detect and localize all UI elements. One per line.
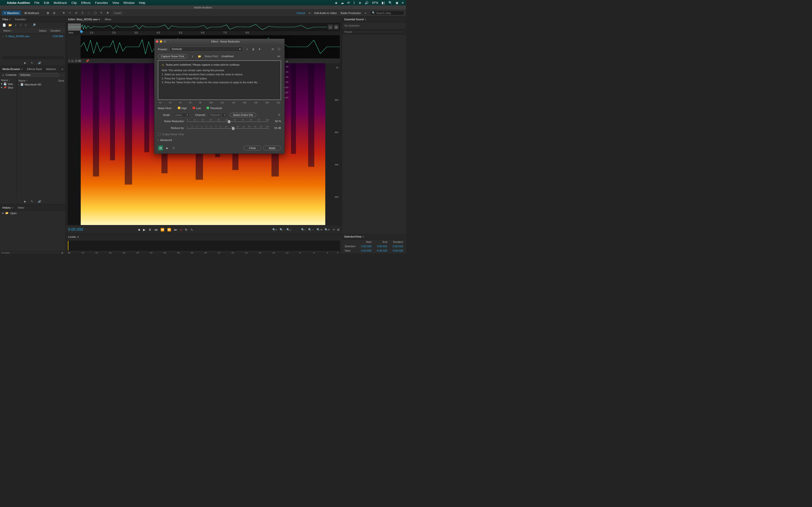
open-file-icon[interactable]: 📂 bbox=[8, 23, 12, 27]
spectro-selection-region[interactable] bbox=[68, 63, 81, 225]
razor-tool[interactable]: ✂ bbox=[67, 11, 73, 15]
pause-button[interactable]: ⏸ bbox=[148, 228, 152, 231]
battery-icon[interactable]: ▮▯ bbox=[382, 1, 385, 5]
zoom-out-time-icon[interactable]: 🔍- bbox=[280, 228, 284, 231]
zoom-reset-icon[interactable]: 🔍⌂ bbox=[286, 228, 292, 231]
col-name[interactable]: Name ↑ bbox=[2, 29, 38, 33]
tab-favorites[interactable]: Favorites bbox=[15, 18, 26, 21]
filter-icon[interactable]: 🔎 bbox=[32, 23, 36, 27]
record-button[interactable]: ● bbox=[180, 228, 182, 231]
presets-dropdown[interactable]: (Default)▾ bbox=[169, 47, 243, 52]
nav-back-icon[interactable]: ‹ bbox=[60, 73, 61, 76]
menu-multitrack[interactable]: Multitrack bbox=[54, 1, 67, 5]
reduce-by-slider[interactable]: 12 34 56 78 1020 3040 5060 80100 bbox=[187, 125, 269, 130]
move-tool[interactable]: ✥ bbox=[61, 11, 67, 15]
tab-video[interactable]: Video bbox=[18, 206, 24, 209]
file-row[interactable]: › ∿ Mary_NOISE.wav 0:08.508 bbox=[2, 34, 63, 38]
workspace-default[interactable]: Default bbox=[297, 12, 305, 14]
overview-nav-icon[interactable]: ◱ bbox=[328, 24, 333, 30]
go-end-button[interactable]: ⏭ bbox=[174, 228, 177, 231]
levels-menu-icon[interactable]: ≡ bbox=[77, 235, 79, 238]
browser-insert-icon[interactable]: ↻ bbox=[31, 200, 33, 203]
preview-loop-icon[interactable]: ↻ bbox=[31, 61, 33, 64]
noise-graph[interactable]: ⚠ Noise print undefined. Please capture … bbox=[158, 60, 281, 100]
panel-overflow-icon[interactable]: » bbox=[62, 68, 63, 70]
sync-icon[interactable]: ⟳ bbox=[347, 1, 350, 5]
menu-window[interactable]: Window bbox=[123, 1, 135, 5]
brush-tool[interactable]: ✎ bbox=[99, 11, 104, 15]
levels-meter[interactable] bbox=[68, 241, 340, 250]
right-col-name[interactable]: Name ↑ bbox=[18, 79, 28, 82]
amplitude-stats-icon[interactable]: ⫿ bbox=[69, 59, 70, 62]
spotlight-icon[interactable]: 🔍 bbox=[388, 1, 392, 5]
search-help-input[interactable]: 🔍 Search Help bbox=[370, 11, 404, 15]
sv-view-end[interactable]: 0:08.508 bbox=[374, 249, 390, 252]
effect-power-button[interactable]: ⏻ bbox=[158, 145, 163, 151]
capture-noise-print-button[interactable]: Capture Noise Print bbox=[158, 54, 187, 58]
tab-mixer[interactable]: Mixer bbox=[105, 18, 111, 21]
tab-effects-rack[interactable]: Effects Rack bbox=[27, 68, 42, 70]
trash-history-icon[interactable]: 🗑 bbox=[61, 252, 63, 253]
battery-percent[interactable]: 97% bbox=[372, 1, 378, 5]
volume-row[interactable]: ›💾Macintosh HD bbox=[18, 82, 64, 86]
menu-help[interactable]: Help bbox=[139, 1, 146, 5]
zoom-sel-in-icon[interactable]: 🔍⇥ bbox=[317, 228, 322, 231]
time-ruler[interactable]: hms 1.0 2.0 3.0 4.0 5.0 6.0 7.0 8.0 bbox=[68, 31, 340, 35]
menu-edit[interactable]: Edit bbox=[44, 1, 49, 5]
load-noiseprint-icon[interactable]: 📂 bbox=[197, 55, 202, 58]
zoom-full-icon[interactable]: ↺ bbox=[333, 228, 335, 231]
sv-view-dur[interactable]: 0:08.508 bbox=[390, 249, 406, 252]
col-status[interactable]: Status bbox=[38, 29, 50, 33]
menu-view[interactable]: View bbox=[112, 1, 119, 5]
right-col-dur[interactable]: Dura bbox=[58, 79, 64, 82]
col-duration[interactable]: Duration bbox=[50, 29, 63, 33]
tab-files[interactable]: Files ≡ bbox=[2, 18, 11, 21]
cc-icon[interactable]: ☁ bbox=[341, 1, 344, 5]
play-button[interactable]: ▶ bbox=[143, 228, 146, 231]
channel-dropdown[interactable]: Channel 1▾ bbox=[208, 113, 227, 117]
ffwd-button[interactable]: ⏩ bbox=[167, 228, 171, 231]
tab-editor[interactable]: Editor: Mary_NOISE.wav ≡ bbox=[68, 18, 100, 21]
sv-sel-dur[interactable]: 0:00.592 bbox=[390, 244, 406, 248]
tab-essential-sound[interactable]: Essential Sound ≡ bbox=[344, 18, 366, 21]
bluetooth-icon[interactable]: ᛒ bbox=[353, 1, 355, 5]
browser-play-icon[interactable]: ▶ bbox=[24, 200, 26, 203]
menu-favorites[interactable]: Favorites bbox=[95, 1, 108, 5]
tab-levels[interactable]: Levels bbox=[68, 235, 76, 238]
loop-button[interactable]: ↻ bbox=[185, 228, 188, 231]
marquee-tool[interactable]: ⬚ bbox=[86, 11, 92, 15]
tab-selection-view[interactable]: Selection/View ≡ bbox=[344, 235, 364, 238]
graph-menu-icon[interactable]: ▾≡ bbox=[277, 55, 281, 58]
time-display[interactable]: 0:00.000 bbox=[68, 227, 97, 232]
zoom-out-amp-icon[interactable]: 🔍↔ bbox=[308, 228, 314, 231]
time-selection-tool[interactable]: Ꮖ bbox=[80, 11, 86, 15]
sv-view-start[interactable]: 0:00.000 bbox=[359, 249, 374, 252]
reset-graph-icon[interactable]: ↺ bbox=[277, 113, 281, 117]
siri-icon[interactable]: ◉ bbox=[396, 1, 398, 5]
insert-icon[interactable]: ⤓ bbox=[14, 23, 17, 27]
tab-history[interactable]: History ≡ bbox=[2, 206, 13, 209]
reduce-by-value[interactable]: 16 bbox=[274, 126, 277, 129]
nr-value[interactable]: 50 bbox=[275, 120, 278, 123]
contents-dropdown[interactable]: Volumes bbox=[18, 73, 59, 77]
waveform-mode-button[interactable]: ∿ Waveform bbox=[2, 11, 21, 15]
tab-media-browser[interactable]: Media Browser ≡ bbox=[2, 68, 23, 70]
spectral-pitch-button[interactable]: ▥ bbox=[51, 11, 57, 15]
tree-volumes[interactable]: ▾💾Volu bbox=[1, 82, 16, 86]
new-file-icon[interactable]: 📄 bbox=[2, 23, 6, 27]
uad-icon[interactable]: ◈ bbox=[335, 1, 337, 5]
zoom-toggle-icon[interactable]: ⊞ bbox=[337, 228, 339, 231]
overview-strip[interactable]: ◱ ▤ bbox=[68, 23, 340, 31]
slip-tool[interactable]: ⇄ bbox=[73, 11, 79, 15]
workspace-edit-av[interactable]: Edit Audio to Video bbox=[314, 12, 337, 14]
preview-play-icon[interactable]: ▶ bbox=[24, 61, 26, 64]
skip-selection-button[interactable]: ⤡ bbox=[191, 228, 193, 231]
history-item[interactable]: ▸📂 Open bbox=[0, 211, 65, 216]
favorite-icon[interactable]: ★ bbox=[257, 48, 262, 51]
trash-icon[interactable]: 🗑 bbox=[24, 23, 27, 27]
menu-list-icon[interactable]: ≡ bbox=[402, 1, 404, 5]
spectral-freq-button[interactable]: ▦ bbox=[45, 11, 51, 15]
close-window-icon[interactable] bbox=[156, 40, 158, 43]
sv-sel-end[interactable]: 0:00.592 bbox=[374, 244, 390, 248]
multitrack-mode-button[interactable]: ▤ Multitrack bbox=[22, 11, 41, 15]
